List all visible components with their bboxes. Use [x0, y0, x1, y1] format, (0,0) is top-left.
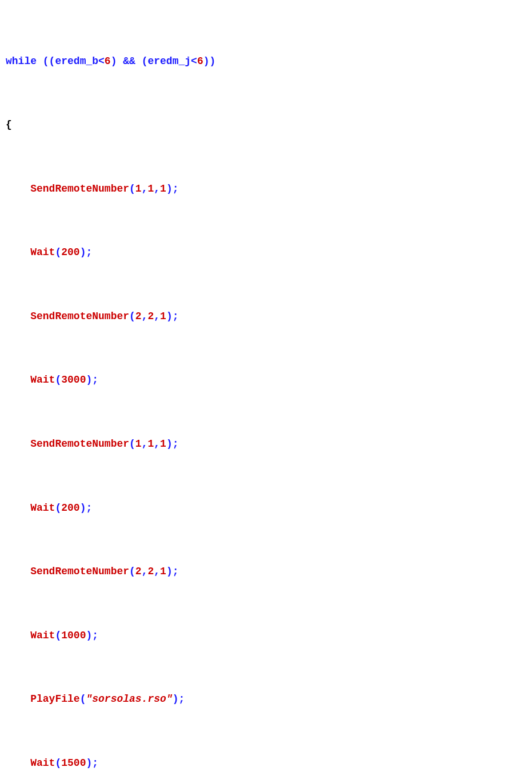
line-wait1: Wait(200); — [6, 245, 526, 261]
line-send2: SendRemoteNumber(2,2,1); — [6, 309, 526, 325]
line-send4: SendRemoteNumber(2,2,1); — [6, 564, 526, 580]
code-container: while ((eredm_b<6) && (eredm_j<6)) { Sen… — [6, 6, 526, 775]
line-while-outer: while ((eredm_b<6) && (eredm_j<6)) — [6, 54, 526, 70]
line-send1: SendRemoteNumber(1,1,1); — [6, 181, 526, 197]
line-wait2: Wait(3000); — [6, 372, 526, 388]
line-wait5: Wait(1500); — [6, 756, 526, 772]
line-send3: SendRemoteNumber(1,1,1); — [6, 436, 526, 452]
line-wait3: Wait(200); — [6, 500, 526, 516]
line-open-brace: { — [6, 117, 526, 133]
line-playfile: PlayFile("sorsolas.rso"); — [6, 691, 526, 708]
line-wait4: Wait(1000); — [6, 628, 526, 644]
